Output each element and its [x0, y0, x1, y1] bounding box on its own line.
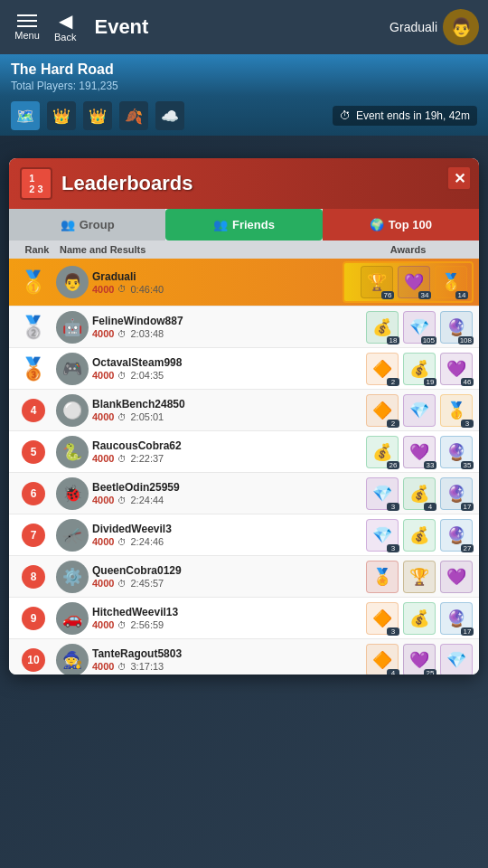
rank-number: 6	[14, 482, 52, 505]
table-row: 7🦟 DividedWeevil3 4000 ⏱2:24:46 💎 3 💰 🔮 …	[9, 514, 479, 556]
tab-friends[interactable]: 👥 Friends	[165, 209, 322, 241]
awards-cell: 🏅 🏆 💜	[343, 560, 474, 594]
award-item: 💜 33	[402, 435, 436, 469]
name-header: Name and Results	[60, 244, 343, 255]
player-avatar: 🐞	[56, 477, 89, 510]
player-name: Graduali	[92, 270, 343, 283]
category-icon-cloud[interactable]: ☁️	[155, 101, 184, 130]
clock-icon: ⏱	[117, 579, 127, 589]
award-count: 27	[461, 544, 474, 552]
leaderboard-table: 🥇👨 Graduali 4000 ⏱0:46:40 🏆 76 💜 34 🥇 14…	[9, 259, 479, 675]
player-time: 2:24:46	[130, 536, 164, 547]
award-count: 4	[424, 503, 436, 511]
player-avatar: 🚗	[56, 602, 89, 635]
player-avatar: 🤖	[56, 311, 89, 344]
player-avatar: 🐍	[56, 436, 89, 468]
player-time: 2:05:01	[130, 411, 164, 422]
category-icon-leaf[interactable]: 🍂	[119, 101, 148, 130]
timer-icon: ⏱	[340, 109, 351, 122]
award-item: 💎	[402, 393, 436, 428]
category-icon-map[interactable]: 🗺️	[11, 101, 40, 130]
award-count: 14	[455, 291, 468, 299]
avatar[interactable]: 👨	[443, 9, 479, 45]
award-item: 🔶 2	[365, 352, 399, 386]
rank-number: 8	[14, 565, 52, 589]
close-button[interactable]: ✕	[446, 165, 472, 191]
award-item: 💜 25	[402, 643, 436, 675]
clock-icon: ⏱	[117, 412, 127, 422]
top100-tab-label: Top 100	[389, 218, 432, 231]
rank-medal: 🥇	[14, 269, 52, 295]
clock-icon: ⏱	[117, 495, 127, 505]
award-item: 🥇 3	[439, 393, 474, 428]
leaderboard-modal: 12 3 Leaderboards ✕ 👥 Group 👥 Friends 🌍 …	[9, 158, 479, 675]
leaderboard-title: Leaderboards	[61, 172, 193, 195]
menu-button[interactable]: Menu	[9, 14, 45, 41]
award-count: 3	[387, 544, 399, 552]
player-avatar: ⚙️	[56, 561, 89, 593]
award-badge: 💰	[403, 519, 436, 552]
player-info: TanteRagout5803 4000 ⏱3:17:13	[92, 647, 343, 672]
awards-cell: 🔶 2 💎 🥇 3	[343, 393, 474, 428]
player-avatar: 🧙	[56, 644, 89, 675]
player-avatar: 🦟	[56, 519, 89, 552]
award-item: 🏆 76	[360, 265, 394, 299]
table-row: 🥇👨 Graduali 4000 ⏱0:46:40 🏆 76 💜 34 🥇 14	[9, 259, 479, 307]
clock-icon: ⏱	[117, 537, 127, 547]
category-icon-crown2[interactable]: 👑	[83, 101, 112, 130]
player-name: TanteRagout5803	[92, 647, 343, 660]
awards-cell: 💎 3 💰 🔮 27	[343, 518, 474, 552]
rank-number: 7	[14, 524, 52, 547]
table-row: 5🐍 RaucousCobra62 4000 ⏱2:22:37 💰 26 💜 3…	[9, 431, 479, 473]
award-badge: 🏅	[366, 561, 399, 593]
award-item: 🔶 3	[365, 601, 399, 636]
username-label: Graduali	[389, 20, 437, 34]
player-score: 4000 ⏱2:24:44	[92, 495, 343, 505]
awards-cell: 💎 3 💰 4 🔮 17	[343, 476, 474, 511]
user-info: Graduali 👨	[389, 9, 479, 45]
category-icon-crown1[interactable]: 👑	[47, 101, 76, 130]
event-name: The Hard Road	[11, 61, 477, 78]
modal-header: 12 3 Leaderboards ✕	[9, 158, 479, 209]
player-time: 0:46:40	[130, 284, 164, 295]
top100-tab-icon: 🌍	[370, 218, 384, 231]
award-count: 108	[458, 336, 474, 344]
tab-group[interactable]: 👥 Group	[9, 209, 165, 241]
award-badge: 🏆	[403, 561, 436, 593]
tab-top100[interactable]: 🌍 Top 100	[323, 209, 479, 241]
award-count: 19	[424, 378, 436, 386]
award-count: 26	[387, 461, 399, 469]
award-item: 🔮 17	[439, 601, 474, 636]
player-avatar: ⚪	[56, 394, 89, 427]
awards-cell: 🔶 2 💰 19 💜 46	[343, 352, 474, 386]
player-time: 2:24:44	[130, 495, 164, 505]
player-time: 3:17:13	[130, 661, 164, 672]
rank-medal: 🥈	[14, 315, 52, 340]
player-avatar: 🎮	[56, 353, 89, 385]
clock-icon: ⏱	[117, 662, 127, 672]
award-item: 💎 105	[402, 310, 436, 344]
award-badge: 💎	[403, 394, 436, 427]
award-count: 3	[387, 503, 399, 511]
table-header: Rank Name and Results Awards	[9, 241, 479, 259]
award-count: 17	[461, 627, 474, 636]
rank-medal: 🥉	[14, 356, 52, 382]
friends-tab-icon: 👥	[213, 218, 228, 231]
group-tab-icon: 👥	[61, 218, 75, 231]
award-count: 2	[387, 378, 399, 386]
score-points: 4000	[92, 536, 114, 547]
awards-cell: 💰 26 💜 33 🔮 35	[343, 435, 474, 469]
back-arrow-icon: ◀	[59, 12, 72, 30]
player-name: FelineWindow887	[92, 315, 343, 327]
score-points: 4000	[92, 411, 114, 422]
award-item: 💰 26	[365, 435, 399, 469]
award-count: 33	[424, 461, 436, 469]
clock-icon: ⏱	[117, 329, 127, 339]
award-item: 🏆	[402, 560, 436, 594]
timer-label: Event ends in 19h, 42m	[356, 109, 470, 122]
player-info: RaucousCobra62 4000 ⏱2:22:37	[92, 439, 343, 464]
back-button[interactable]: ◀ Back	[54, 12, 76, 42]
award-item: 💰 19	[402, 352, 436, 386]
table-row: 🥈🤖 FelineWindow887 4000 ⏱2:03:48 💰 18 💎 …	[9, 307, 479, 348]
player-score: 4000 ⏱2:24:46	[92, 536, 343, 547]
